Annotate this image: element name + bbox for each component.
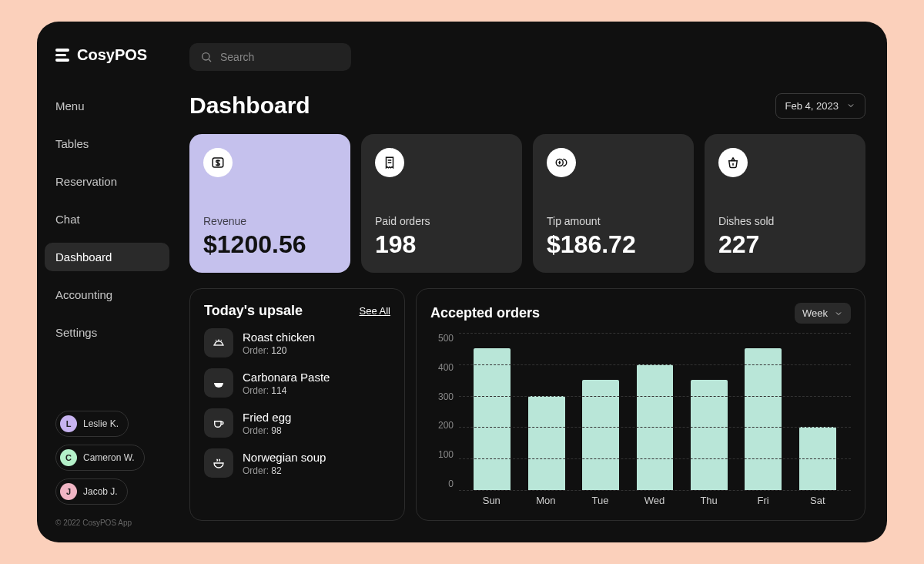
y-tick: 400 bbox=[430, 362, 454, 373]
avatar: J bbox=[60, 483, 77, 500]
nav-item-menu[interactable]: Menu bbox=[45, 92, 169, 120]
brand-name: CosyPOS bbox=[77, 46, 147, 64]
sidebar: CosyPOS MenuTablesReservationChatDashboa… bbox=[37, 22, 176, 542]
panels-row: Today's upsale See All Roast chicken Ord… bbox=[189, 288, 865, 521]
upsale-item[interactable]: Roast chicken Order: 120 bbox=[204, 328, 390, 358]
chevron-down-icon bbox=[834, 309, 843, 318]
svg-point-0 bbox=[203, 53, 209, 60]
user-list: LLeslie K.CCameron W.JJacob J. bbox=[55, 411, 166, 505]
user-pill[interactable]: LLeslie K. bbox=[55, 411, 129, 437]
tip-icon bbox=[547, 148, 576, 177]
gridline bbox=[459, 490, 851, 491]
user-name: Cameron W. bbox=[83, 452, 135, 463]
dish-name: Roast chicken bbox=[243, 331, 315, 344]
date-selector[interactable]: Feb 4, 2023 bbox=[775, 93, 865, 119]
footer-text: © 2022 CosyPOS App bbox=[55, 519, 166, 527]
bar[interactable] bbox=[582, 380, 619, 490]
basket-icon bbox=[718, 148, 748, 177]
upsale-title: Today's upsale bbox=[204, 303, 303, 319]
y-tick: 100 bbox=[430, 449, 454, 460]
chart-x-axis: SunMonTueWedThuFriSat bbox=[458, 490, 851, 506]
title-bar: Dashboard Feb 4, 2023 bbox=[189, 92, 865, 119]
search-input[interactable]: Search bbox=[189, 43, 351, 71]
upsale-item[interactable]: Fried egg Order: 98 bbox=[204, 408, 390, 438]
x-tick: Sat bbox=[790, 495, 845, 506]
bar[interactable] bbox=[691, 380, 728, 490]
chevron-down-icon bbox=[846, 101, 855, 110]
nav-item-reservation[interactable]: Reservation bbox=[45, 167, 169, 196]
upsale-list: Roast chicken Order: 120 Carbonara Paste… bbox=[204, 328, 390, 478]
chart-grid bbox=[458, 333, 851, 490]
hamburger-icon bbox=[55, 49, 69, 62]
orders-chart: 5004003002001000 SunMonTueWedThuFriSat bbox=[430, 333, 851, 506]
stat-card-paid-orders[interactable]: Paid orders 198 bbox=[361, 134, 522, 273]
gridline bbox=[459, 364, 851, 365]
orders-panel: Accepted orders Week 5004003002001000 Su… bbox=[416, 288, 865, 521]
bar-column bbox=[736, 333, 790, 490]
bar-column bbox=[465, 333, 519, 490]
nav-menu: MenuTablesReservationChatDashboardAccoun… bbox=[55, 92, 166, 354]
nav-item-tables[interactable]: Tables bbox=[45, 129, 169, 158]
svg-line-1 bbox=[209, 59, 211, 62]
orders-title: Accepted orders bbox=[430, 305, 540, 321]
soup-icon bbox=[204, 448, 233, 478]
bar[interactable] bbox=[528, 396, 565, 490]
gridline bbox=[459, 427, 851, 428]
stat-label: Paid orders bbox=[375, 215, 508, 227]
stat-card-tip-amount[interactable]: Tip amount $186.72 bbox=[533, 134, 694, 273]
stat-card-dishes-sold[interactable]: Dishes sold 227 bbox=[705, 134, 865, 273]
stat-label: Dishes sold bbox=[718, 215, 852, 227]
range-selector[interactable]: Week bbox=[795, 303, 851, 324]
upsale-panel: Today's upsale See All Roast chicken Ord… bbox=[189, 288, 405, 521]
bar-column bbox=[682, 333, 736, 490]
upsale-item[interactable]: Carbonara Paste Order: 114 bbox=[204, 368, 390, 398]
see-all-link[interactable]: See All bbox=[360, 305, 390, 317]
dish-name: Carbonara Paste bbox=[243, 371, 330, 384]
user-pill[interactable]: JJacob J. bbox=[55, 478, 128, 505]
dish-name: Fried egg bbox=[243, 411, 291, 424]
avatar: C bbox=[60, 449, 77, 466]
user-name: Leslie K. bbox=[83, 418, 119, 429]
main-content: Search Dashboard Feb 4, 2023 Revenue $12… bbox=[176, 22, 887, 542]
stat-label: Revenue bbox=[203, 215, 336, 227]
nav-item-dashboard[interactable]: Dashboard bbox=[45, 243, 169, 271]
nav-item-chat[interactable]: Chat bbox=[45, 205, 169, 233]
cup-icon bbox=[204, 408, 233, 438]
y-tick: 300 bbox=[430, 391, 454, 402]
dish-order: Order: 120 bbox=[243, 345, 315, 356]
y-tick: 500 bbox=[430, 333, 454, 344]
stat-value: 227 bbox=[718, 230, 852, 259]
bar[interactable] bbox=[745, 348, 782, 490]
stat-value: $186.72 bbox=[547, 230, 680, 259]
dish-platter-icon bbox=[204, 328, 233, 358]
search-placeholder: Search bbox=[220, 51, 254, 63]
user-pill[interactable]: CCameron W. bbox=[55, 445, 145, 471]
bar[interactable] bbox=[474, 348, 511, 490]
dish-order: Order: 82 bbox=[243, 465, 326, 476]
stat-card-revenue[interactable]: Revenue $1200.56 bbox=[189, 134, 350, 273]
bar-column bbox=[791, 333, 845, 490]
stat-value: $1200.56 bbox=[203, 230, 336, 259]
user-name: Jacob J. bbox=[83, 486, 118, 497]
receipt-icon bbox=[375, 148, 404, 177]
page-title: Dashboard bbox=[189, 92, 310, 119]
dish-order: Order: 114 bbox=[243, 385, 330, 396]
chart-bars bbox=[459, 333, 851, 490]
bar-column bbox=[628, 333, 681, 490]
x-tick: Tue bbox=[573, 495, 628, 506]
chart-plot: SunMonTueWedThuFriSat bbox=[458, 333, 851, 506]
y-tick: 200 bbox=[430, 420, 454, 431]
gridline bbox=[459, 396, 851, 397]
nav-item-accounting[interactable]: Accounting bbox=[45, 280, 169, 309]
gridline bbox=[459, 333, 851, 334]
nav-item-settings[interactable]: Settings bbox=[45, 318, 169, 347]
date-label: Feb 4, 2023 bbox=[785, 100, 839, 112]
range-label: Week bbox=[802, 307, 828, 319]
search-icon bbox=[200, 51, 213, 63]
dollar-icon bbox=[203, 148, 233, 177]
gridline bbox=[459, 458, 851, 459]
chart-y-axis: 5004003002001000 bbox=[430, 333, 454, 506]
upsale-item[interactable]: Norwegian soup Order: 82 bbox=[204, 448, 390, 478]
y-tick: 0 bbox=[430, 478, 454, 489]
x-tick: Wed bbox=[628, 495, 682, 506]
